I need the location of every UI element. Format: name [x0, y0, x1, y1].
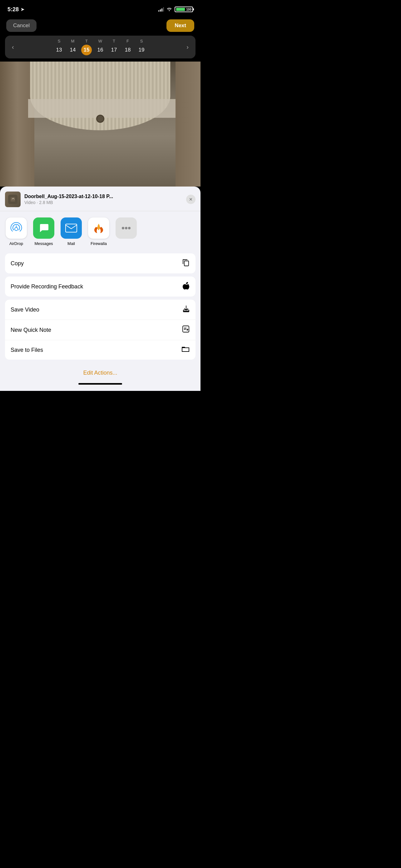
- firewalla-label: Firewalla: [91, 241, 107, 246]
- share-thumbnail: [5, 191, 21, 207]
- messages-share-item[interactable]: Messages: [32, 217, 55, 246]
- copy-label: Copy: [11, 260, 24, 267]
- porch-column-right: [175, 62, 201, 187]
- mail-label: Mail: [67, 241, 75, 246]
- svg-rect-2: [66, 224, 77, 232]
- save-to-files-label: Save to Files: [11, 347, 43, 353]
- status-time-area: 5:28 ➤: [7, 6, 24, 13]
- status-bar: 5:28 ➤ 100: [0, 0, 201, 17]
- mail-share-item[interactable]: Mail: [60, 217, 82, 246]
- save-video-icon: [182, 305, 190, 315]
- airdrop-label: AirDrop: [9, 241, 23, 246]
- calendar-prev-button[interactable]: ‹: [9, 42, 17, 52]
- app-icons-row: AirDrop Messages Mail: [0, 211, 201, 251]
- firewalla-share-item[interactable]: Firewalla: [88, 217, 110, 246]
- quick-note-icon: [182, 325, 190, 335]
- signal-strength: [158, 7, 164, 11]
- battery-indicator: 100: [175, 6, 193, 12]
- save-to-files-icon: [181, 345, 190, 354]
- edit-actions[interactable]: Edit Actions...: [0, 366, 201, 380]
- recording-feedback-action-item[interactable]: Provide Recording Feedback: [5, 277, 196, 297]
- time: 5:28: [7, 6, 19, 13]
- svg-rect-6: [184, 261, 189, 266]
- wifi-icon: [166, 7, 172, 12]
- share-sheet: Doorbell_Aug-15-2023-at-12-10-18 P... Vi…: [0, 187, 201, 391]
- porch-railing: [28, 99, 182, 118]
- new-quick-note-label: New Quick Note: [11, 327, 51, 333]
- share-filename: Doorbell_Aug-15-2023-at-12-10-18 P...: [24, 194, 159, 199]
- save-to-files-action-row[interactable]: Save to Files: [5, 340, 196, 360]
- airdrop-share-item[interactable]: AirDrop: [5, 217, 28, 246]
- porch-light: [96, 115, 104, 123]
- apple-feedback-icon: [182, 281, 190, 291]
- battery-level: 100: [186, 8, 192, 11]
- save-video-label: Save Video: [11, 307, 39, 313]
- share-close-button[interactable]: ✕: [186, 195, 196, 204]
- calendar-day-mon[interactable]: M 14: [67, 39, 79, 55]
- close-icon: ✕: [189, 197, 193, 202]
- status-indicators: 100: [158, 6, 193, 12]
- svg-point-1: [15, 227, 18, 230]
- svg-point-5: [128, 227, 131, 229]
- share-meta: Video · 2.8 MB: [24, 200, 186, 205]
- airdrop-icon: [6, 217, 27, 239]
- calendar-strip: ‹ S 13 M 14 T 15 W 16 T 17 F 18 S 19 ›: [5, 36, 196, 58]
- calendar-day-sat[interactable]: S 19: [136, 39, 147, 55]
- porch-column-left: [0, 62, 34, 187]
- more-share-item[interactable]: [115, 217, 137, 246]
- svg-point-3: [122, 227, 124, 229]
- recording-feedback-action-row[interactable]: Provide Recording Feedback: [5, 277, 196, 297]
- calendar-days: S 13 M 14 T 15 W 16 T 17 F 18 S 19: [53, 39, 147, 55]
- home-bar: [78, 383, 122, 384]
- grouped-action-item: Save Video New Quick Note: [5, 300, 196, 360]
- new-quick-note-action-row[interactable]: New Quick Note: [5, 320, 196, 340]
- action-list: Copy Provide Recording Feedback: [5, 253, 196, 366]
- share-header: Doorbell_Aug-15-2023-at-12-10-18 P... Vi…: [0, 187, 201, 211]
- more-icon: [115, 217, 137, 239]
- svg-rect-9: [182, 348, 189, 351]
- top-bar: Cancel Next: [0, 17, 201, 36]
- svg-rect-8: [183, 326, 189, 332]
- svg-point-4: [125, 227, 127, 229]
- messages-label: Messages: [34, 241, 53, 246]
- save-video-action-row[interactable]: Save Video: [5, 300, 196, 320]
- location-icon: ➤: [21, 7, 24, 12]
- copy-action-row[interactable]: Copy: [5, 253, 196, 273]
- photo-preview: [0, 62, 201, 187]
- cancel-button[interactable]: Cancel: [6, 19, 37, 32]
- share-file-info: Doorbell_Aug-15-2023-at-12-10-18 P... Vi…: [24, 194, 186, 205]
- mail-icon: [61, 217, 82, 239]
- calendar-day-tue[interactable]: T 15: [80, 39, 93, 55]
- recording-feedback-label: Provide Recording Feedback: [11, 283, 83, 290]
- calendar-day-fri[interactable]: F 18: [122, 39, 134, 55]
- next-button[interactable]: Next: [166, 19, 194, 32]
- copy-action-item[interactable]: Copy: [5, 253, 196, 273]
- calendar-next-button[interactable]: ›: [183, 42, 192, 52]
- home-indicator: [0, 380, 201, 391]
- firewalla-icon: [88, 217, 109, 239]
- messages-icon: [33, 217, 54, 239]
- calendar-day-sun[interactable]: S 13: [53, 39, 65, 55]
- calendar-day-wed[interactable]: W 16: [94, 39, 106, 55]
- copy-icon: [182, 258, 190, 269]
- calendar-day-thu[interactable]: T 17: [108, 39, 120, 55]
- edit-actions-label: Edit Actions...: [83, 370, 117, 376]
